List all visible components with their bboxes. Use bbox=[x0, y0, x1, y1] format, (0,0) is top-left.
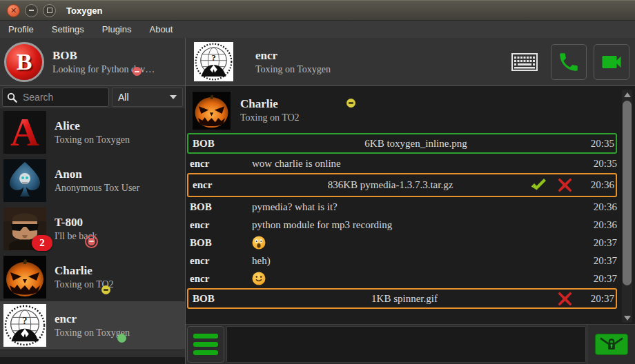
message-time: 20:35 bbox=[580, 138, 616, 150]
file-transfer-label: 1KB spinner.gif bbox=[252, 293, 557, 305]
message-sender: encr bbox=[186, 158, 252, 170]
message-time: 20:37 bbox=[583, 273, 618, 285]
text-message: encr heh) 20:37 bbox=[186, 252, 618, 270]
scroll-up-arrow[interactable] bbox=[622, 90, 632, 99]
scroll-down-arrow[interactable] bbox=[622, 313, 632, 323]
away-status-icon bbox=[346, 99, 355, 108]
search-input[interactable] bbox=[21, 91, 104, 103]
message-input[interactable] bbox=[226, 326, 586, 363]
search-icon bbox=[7, 92, 17, 103]
file-transfer-message[interactable]: BOB 1KB spinner.gif 20:37 bbox=[187, 288, 617, 309]
self-name: BOB bbox=[52, 49, 155, 63]
message-time: 20:35 bbox=[583, 158, 618, 170]
contact-name: encr bbox=[55, 312, 130, 326]
close-icon: ✕ bbox=[10, 7, 17, 14]
attachments-menu-button[interactable] bbox=[187, 326, 224, 363]
search-box[interactable] bbox=[2, 88, 109, 107]
conversation-header: ? encr Toxing on Toxygen bbox=[186, 38, 635, 85]
screen-keyboard-button[interactable] bbox=[509, 47, 540, 77]
chat-peer-name: Charlie bbox=[240, 97, 300, 111]
alice-avatar: A bbox=[3, 111, 46, 154]
audio-call-button[interactable] bbox=[551, 44, 587, 80]
contact-row-encr[interactable]: ? encr Toxing on Toxygen bbox=[0, 301, 185, 350]
contact-filter-value: All bbox=[118, 92, 129, 103]
text-message: encr wow charlie is online 20:35 bbox=[186, 154, 618, 172]
smiling-smiley-icon bbox=[252, 272, 266, 285]
decline-file-button[interactable] bbox=[557, 177, 573, 193]
busy-status-icon bbox=[85, 235, 98, 248]
away-status-icon bbox=[101, 285, 110, 294]
message-sender: BOB bbox=[188, 138, 252, 150]
message-sender: BOB bbox=[188, 293, 252, 305]
chat-peer-avatar bbox=[193, 92, 231, 130]
peer-status-message: Toxing on Toxygen bbox=[255, 64, 331, 75]
maximize-button[interactable] bbox=[43, 4, 56, 17]
window-title: Toxygen bbox=[66, 6, 103, 16]
contact-status-message: Anonymous Tox User bbox=[55, 183, 139, 194]
message-time: 20:36 bbox=[583, 219, 618, 231]
titlebar[interactable]: ✕ Toxygen bbox=[0, 0, 635, 21]
send-message-button[interactable] bbox=[595, 334, 628, 355]
message-sender: BOB bbox=[186, 237, 252, 249]
video-call-button[interactable] bbox=[594, 44, 629, 80]
self-avatar[interactable]: B bbox=[4, 42, 44, 82]
message-text: pymedia? what is it? bbox=[252, 201, 583, 213]
text-message: BOB pymedia? what is it? 20:36 bbox=[186, 198, 618, 216]
contact-row-anon[interactable]: Anon Anonymous Tox User bbox=[0, 156, 185, 205]
message-sender: encr bbox=[186, 219, 252, 231]
contact-name: Alice bbox=[55, 119, 130, 133]
menu-about[interactable]: About bbox=[149, 24, 173, 34]
alice-avatar-letter: A bbox=[10, 112, 39, 152]
self-profile-card[interactable]: B BOB Looking for Python dev… bbox=[0, 38, 186, 85]
message-time: 20:37 bbox=[580, 293, 616, 305]
scrollbar-thumb[interactable] bbox=[623, 101, 632, 285]
accept-file-button[interactable] bbox=[529, 177, 547, 194]
surprised-smiley-icon bbox=[252, 236, 266, 250]
cancel-file-button[interactable] bbox=[557, 291, 573, 307]
spade-skull-avatar-image bbox=[3, 159, 46, 202]
file-transfer-label: 836KB pymedia-1.3.7.3.tar.gz bbox=[252, 179, 529, 191]
phone-icon bbox=[557, 50, 580, 74]
message-sender: encr bbox=[186, 273, 252, 285]
file-transfer-label: 6KB toxygen_inline.png bbox=[252, 138, 580, 150]
file-transfer-message[interactable]: encr 836KB pymedia-1.3.7.3.tar.gz 20:36 bbox=[187, 173, 617, 197]
encr-avatar: ? bbox=[3, 304, 46, 347]
send-cell bbox=[587, 325, 635, 364]
message-time: 20:36 bbox=[583, 201, 618, 213]
online-status-icon bbox=[117, 334, 126, 343]
minimize-button[interactable] bbox=[25, 4, 38, 17]
search-row: All bbox=[0, 86, 185, 108]
chevron-down-icon bbox=[170, 95, 177, 99]
message-history: Charlie Toxing on TO2 BOB 6KB toxygen_in… bbox=[186, 86, 635, 324]
emoji-message: BOB 20:37 bbox=[186, 234, 618, 252]
message-time: 20:37 bbox=[583, 237, 618, 249]
menu-profile[interactable]: Profile bbox=[8, 24, 34, 34]
menu-settings[interactable]: Settings bbox=[52, 24, 84, 34]
self-avatar-letter: B bbox=[17, 49, 32, 75]
message-time: 20:37 bbox=[583, 255, 618, 267]
contact-row-t800[interactable]: T-800 I'll be back 2 bbox=[0, 205, 185, 253]
message-composer bbox=[186, 324, 635, 364]
anon-avatar bbox=[3, 159, 46, 202]
file-transfer-message[interactable]: BOB 6KB toxygen_inline.png 20:35 bbox=[187, 133, 617, 154]
message-time: 20:36 bbox=[580, 179, 616, 191]
keyboard-icon bbox=[511, 53, 538, 71]
charlie-avatar bbox=[3, 256, 46, 299]
pumpkin-avatar-image bbox=[193, 92, 231, 130]
header-row: B BOB Looking for Python dev… bbox=[0, 38, 635, 86]
text-message: encr python module for mp3 recording 20:… bbox=[186, 216, 618, 234]
chat-scrollbar[interactable] bbox=[622, 90, 632, 323]
sidebar-empty-area bbox=[0, 350, 185, 357]
close-button[interactable]: ✕ bbox=[7, 4, 20, 17]
message-sender: encr bbox=[186, 255, 252, 267]
contact-filter-select[interactable]: All bbox=[112, 88, 183, 107]
contact-row-charlie[interactable]: Charlie Toxing on TO2 bbox=[0, 253, 185, 301]
menu-plugins[interactable]: Plugins bbox=[102, 24, 132, 34]
message-sender: encr bbox=[188, 179, 252, 191]
message-text: wow charlie is online bbox=[252, 158, 583, 170]
message-text: python module for mp3 recording bbox=[252, 219, 583, 231]
message-text: heh) bbox=[252, 255, 583, 267]
contact-row-alice[interactable]: A Alice Toxing on Toxygen bbox=[0, 108, 185, 156]
contact-status-message: Toxing on Toxygen bbox=[55, 134, 130, 145]
contact-sidebar: All A Alice Toxing on Toxygen bbox=[0, 86, 186, 364]
